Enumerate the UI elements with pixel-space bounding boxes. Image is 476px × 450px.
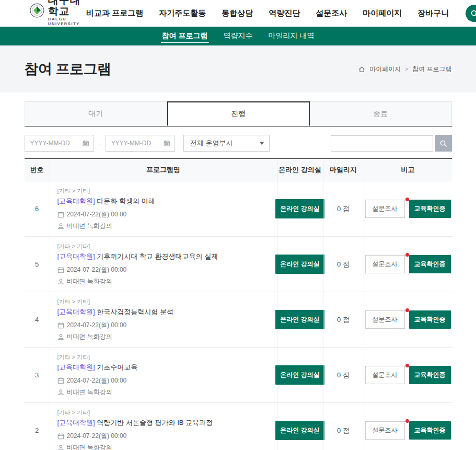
row-number: 6: [25, 181, 50, 236]
program-title[interactable]: 기후위기시대 학교 환경생태교육의 실제: [97, 252, 218, 260]
program-category: [기타 > 기타]: [57, 298, 90, 306]
program-category: [기타 > 기타]: [57, 409, 90, 417]
mileage-value: 0 점: [323, 292, 364, 347]
program-date: 2024-07-22(월) 00:00: [67, 432, 127, 441]
subnav-item[interactable]: 참여 프로그램: [161, 30, 209, 43]
department-select[interactable]: 전체 운영부서: [183, 135, 270, 152]
survey-button[interactable]: 설문조사: [365, 421, 405, 440]
date-from-input[interactable]: [30, 140, 83, 147]
program-category: [기타 > 기타]: [57, 187, 90, 195]
row-number: 2: [25, 403, 50, 450]
table-row: 4 [기타 > 기타] [교육대학원] 한국사검정능력시험 분석 2024-07…: [25, 292, 452, 348]
table-row: 2 [기타 > 기타] [교육대학원] 역량기반 서논술형 평가와 IB 교육과…: [25, 403, 452, 450]
filter-row: - 전체 운영부서: [25, 135, 452, 152]
subnav-item[interactable]: 마일리지 내역: [268, 30, 316, 42]
logo-text: 대구대학교 DAEGU UNIVERSITY: [48, 0, 86, 26]
person-icon: [57, 333, 64, 340]
keyword-search-button[interactable]: [435, 135, 452, 152]
status-tab[interactable]: 대기: [25, 101, 167, 126]
program-organizer[interactable]: [교육대학원]: [57, 363, 95, 371]
breadcrumb-separator: >: [405, 66, 408, 72]
program-organizer[interactable]: [교육대학원]: [57, 419, 95, 426]
calendar-icon: [57, 322, 64, 329]
calendar-icon[interactable]: [164, 140, 170, 147]
survey-button[interactable]: 설문조사: [365, 366, 405, 384]
program-organizer[interactable]: [교육대학원]: [57, 252, 95, 260]
page-title: 참여 프로그램: [25, 60, 111, 78]
top-nav-item[interactable]: 마이페이지: [363, 8, 402, 18]
sub-navigation: 참여 프로그램 역량지수 마일리지 내역: [0, 27, 476, 45]
status-tab[interactable]: 종료: [310, 101, 452, 126]
program-method: 비대면 녹화강의: [67, 277, 112, 286]
program-title[interactable]: 한국사검정능력시험 분석: [97, 308, 173, 316]
program-title-line: [교육대학원] 한국사검정능력시험 분석: [57, 307, 173, 317]
keyword-search-input[interactable]: [331, 135, 433, 152]
column-header-etc: 비고: [364, 159, 452, 181]
home-icon[interactable]: [358, 66, 365, 73]
status-tab[interactable]: 진행: [167, 101, 310, 126]
certificate-button[interactable]: 교육확인증: [409, 421, 451, 440]
program-title-line: [교육대학원] 역량기반 서논술형 평가와 IB 교육과정: [57, 418, 213, 428]
program-organizer[interactable]: [교육대학원]: [57, 308, 95, 316]
program-organizer[interactable]: [교육대학원]: [57, 197, 95, 205]
university-seal-icon: [30, 0, 44, 21]
survey-alert-dot: [405, 198, 409, 201]
person-icon: [57, 278, 64, 285]
subnav-item[interactable]: 역량지수: [223, 30, 254, 42]
online-classroom-button[interactable]: 온라인 강의실: [275, 365, 324, 385]
date-from-field[interactable]: [25, 135, 94, 152]
mileage-value: 0 점: [323, 237, 364, 292]
table-row: 6 [기타 > 기타] [교육대학원] 다문화 학생의 이해 2024-07-2…: [25, 181, 452, 237]
program-title[interactable]: 다문화 학생의 이해: [97, 197, 155, 205]
breadcrumb-level2: 참여 프로그램: [412, 65, 451, 74]
certificate-button[interactable]: 교육확인증: [409, 200, 451, 218]
date-to-field[interactable]: [106, 135, 175, 152]
top-nav-item[interactable]: 통합상담: [222, 8, 253, 18]
row-number: 4: [25, 292, 50, 347]
online-classroom-button[interactable]: 온라인 강의실: [275, 310, 324, 329]
page-title-band: 참여 프로그램 마이페이지 > 참여 프로그램: [0, 45, 476, 93]
top-header: 대구대학교 DAEGU UNIVERSITY 비교과 프로그램 자기주도활동 통…: [0, 0, 476, 27]
column-header-room: 온라인 강의실: [277, 159, 323, 181]
top-nav-item[interactable]: 자기주도활동: [159, 8, 206, 18]
mileage-value: 0 점: [323, 403, 364, 450]
survey-button[interactable]: 설문조사: [365, 200, 405, 218]
program-title-line: [교육대학원] 기후위기시대 학교 환경생태교육의 실제: [57, 252, 218, 261]
breadcrumb-level1[interactable]: 마이페이지: [369, 65, 401, 74]
calendar-icon[interactable]: [83, 140, 89, 147]
program-date: 2024-07-22(월) 00:00: [67, 266, 127, 274]
calendar-icon: [57, 377, 64, 384]
survey-button[interactable]: 설문조사: [365, 310, 405, 329]
program-date: 2024-07-22(월) 00:00: [67, 376, 127, 385]
calendar-icon: [57, 211, 64, 218]
online-classroom-button[interactable]: 온라인 강의실: [275, 255, 324, 274]
survey-alert-dot: [405, 253, 409, 257]
certificate-button[interactable]: 교육확인증: [409, 310, 451, 329]
top-nav-item[interactable]: 비교과 프로그램: [86, 8, 143, 18]
program-table: 번호 프로그램명 온라인 강의실 마일리지 비고 6 [기타 > 기타] [교육…: [25, 158, 452, 450]
top-nav-item[interactable]: 설문조사: [316, 8, 347, 18]
survey-button[interactable]: 설문조사: [365, 255, 405, 273]
department-select-value: 전체 운영부서: [190, 139, 233, 148]
program-title[interactable]: 역량기반 서논술형 평가와 IB 교육과정: [97, 419, 213, 426]
certificate-button[interactable]: 교육확인증: [409, 255, 451, 273]
online-classroom-button[interactable]: 온라인 강의실: [275, 199, 324, 218]
top-nav-item[interactable]: 장바구니: [417, 8, 449, 18]
top-nav-item[interactable]: 역량진단: [269, 8, 300, 18]
program-method: 비대면 녹화강의: [67, 332, 112, 341]
breadcrumb: 마이페이지 > 참여 프로그램: [358, 65, 451, 74]
online-classroom-button[interactable]: 온라인 강의실: [275, 421, 324, 440]
column-header-mileage: 마일리지: [323, 159, 364, 181]
program-title-line: [교육대학원] 기초수어교육: [57, 363, 138, 372]
program-title[interactable]: 기초수어교육: [97, 363, 137, 371]
university-logo[interactable]: 대구대학교 DAEGU UNIVERSITY: [30, 0, 86, 26]
mileage-value: 0 점: [323, 348, 364, 402]
chevron-down-icon: [260, 142, 264, 145]
survey-alert-dot: [405, 308, 409, 312]
certificate-button[interactable]: 교육확인증: [409, 366, 451, 384]
survey-alert-dot: [405, 419, 409, 423]
header-search-button[interactable]: [466, 5, 476, 22]
program-method: 비대면 녹화강의: [67, 222, 112, 230]
search-icon: [470, 9, 476, 18]
date-to-input[interactable]: [111, 140, 164, 147]
